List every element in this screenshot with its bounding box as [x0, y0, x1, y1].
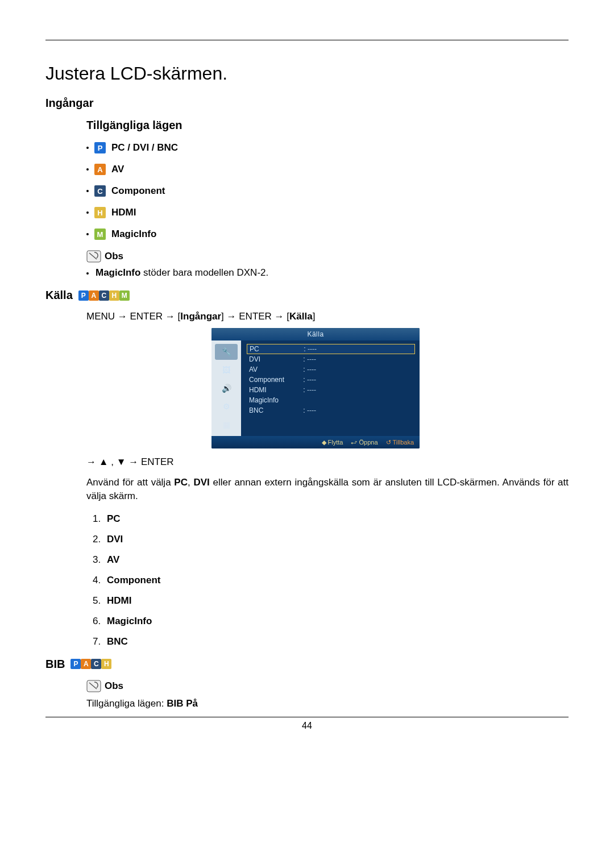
osd-row: Component : ---- — [247, 375, 415, 385]
osd-footer-back: ↺ Tillbaka — [386, 439, 414, 446]
bullet-icon — [86, 233, 89, 235]
osd-row-colon: : — [301, 376, 307, 384]
list-item: AV — [103, 554, 569, 566]
list-item: HDMI — [103, 595, 569, 607]
osd-row-label: DVI — [249, 355, 301, 363]
osd-body: 🔧 🖼 🔊 ⚙ ▦ PC : ---- DVI : ---- — [211, 340, 420, 436]
bib-note-bold: BIB På — [167, 698, 198, 709]
c-badge-icon: C — [94, 185, 106, 197]
osd-row-colon: : — [301, 406, 307, 414]
osd-row-label: HDMI — [249, 386, 301, 394]
osd-screenshot: Källa 🔧 🖼 🔊 ⚙ ▦ PC : ---- DVI — [211, 328, 420, 448]
osd-row-label: Component — [249, 376, 301, 384]
bib-note-heading: Obs — [86, 680, 569, 692]
osd-row-colon: : — [302, 345, 308, 353]
osd-footer-move: ◆ Flytta — [322, 439, 343, 446]
nav-path: → ▲ , ▼ → ENTER — [86, 456, 569, 468]
note-bold: MagicInfo — [96, 267, 140, 278]
bullet-icon — [86, 272, 89, 275]
para-b1: PC — [174, 477, 188, 488]
mode-label: AV — [111, 164, 124, 175]
mode-item-hdmi: H HDMI — [86, 207, 569, 218]
osd-row-value: ---- — [307, 406, 413, 414]
osd-header: Källa — [211, 328, 420, 340]
h-badge-icon: H — [109, 290, 119, 301]
m-badge-icon: M — [119, 290, 130, 301]
note-heading: Obs — [86, 250, 569, 263]
list-item: DVI — [103, 534, 569, 545]
osd-row: PC : ---- — [247, 344, 415, 354]
osd-row-value: ---- — [307, 386, 413, 394]
list-item: MagicInfo — [103, 616, 569, 627]
bullet-icon — [86, 211, 89, 214]
mode-item-pc: P PC / DVI / BNC — [86, 142, 569, 153]
osd-row-label: PC — [250, 345, 302, 353]
page-title: Justera LCD-skärmen. — [45, 63, 569, 84]
note-text: MagicInfo stöder bara modellen DXN-2. — [96, 267, 268, 279]
h-badge-icon: H — [94, 207, 106, 218]
inputs-content: Tillgängliga lägen P PC / DVI / BNC A AV… — [86, 119, 569, 279]
c-badge-icon: C — [99, 290, 109, 301]
bullet-icon — [86, 190, 89, 192]
osd-row-colon: : — [301, 366, 307, 373]
osd-main: PC : ---- DVI : ---- AV : ---- — [241, 340, 420, 436]
list-item: Component — [103, 575, 569, 586]
source-mode-strip: P A C H M — [78, 290, 130, 301]
p-badge-icon: P — [70, 659, 81, 669]
a-badge-icon: A — [81, 659, 91, 669]
section-source: Källa P A C H M — [45, 289, 569, 302]
a-badge-icon: A — [94, 164, 106, 175]
divider-top — [45, 40, 569, 40]
osd-row: HDMI : ---- — [247, 385, 415, 395]
menu-path-b1: Ingångar — [180, 311, 221, 322]
modes-list: P PC / DVI / BNC A AV C Component H HDMI… — [86, 142, 569, 240]
para-mid1: , — [188, 477, 193, 488]
para-pre: Använd för att välja — [86, 477, 174, 488]
note-icon — [86, 250, 101, 263]
bib-note-body: Tillgängliga lägen: BIB På — [86, 697, 569, 711]
h-badge-icon: H — [101, 659, 111, 669]
divider-bottom — [45, 717, 569, 717]
osd-sidebar-item: 🔊 — [215, 380, 238, 396]
mode-label: PC / DVI / BNC — [111, 142, 178, 153]
bib-note-label-text: Obs — [105, 680, 123, 692]
bib-note-pre: Tillgängliga lägen: — [86, 698, 167, 709]
note-label-text: Obs — [105, 251, 123, 262]
source-paragraph: Använd för att välja PC, DVI eller annan… — [86, 476, 569, 503]
osd-row-colon: : — [301, 386, 307, 394]
mode-label: MagicInfo — [111, 229, 156, 240]
menu-path-p1: MENU → ENTER → — [86, 311, 178, 322]
section-bib-label: BIB — [45, 658, 65, 671]
osd-sidebar: 🔧 🖼 🔊 ⚙ ▦ — [211, 340, 241, 436]
section-inputs: Ingångar — [45, 97, 569, 110]
menu-path-p2: → ENTER → — [224, 311, 287, 322]
menu-path-b2: Källa — [289, 311, 313, 322]
page-number: 44 — [45, 721, 569, 731]
source-list: PC DVI AV Component HDMI MagicInfo BNC — [86, 513, 569, 647]
mode-item-component: C Component — [86, 185, 569, 197]
osd-row: DVI : ---- — [247, 354, 415, 364]
bib-mode-strip: P A C H — [70, 659, 111, 669]
osd-sidebar-item: 🔧 — [215, 344, 238, 360]
list-item: BNC — [103, 636, 569, 647]
osd-row: AV : ---- — [247, 364, 415, 375]
note-icon — [86, 680, 101, 692]
osd-row: MagicInfo — [247, 395, 415, 405]
c-badge-icon: C — [91, 659, 101, 669]
osd-row-label: AV — [249, 366, 301, 373]
osd-row: BNC : ---- — [247, 405, 415, 416]
osd-sidebar-item: ▦ — [215, 417, 238, 433]
mode-item-magicinfo: M MagicInfo — [86, 229, 569, 240]
osd-footer: ◆ Flytta ⮐ Öppna ↺ Tillbaka — [211, 436, 420, 448]
m-badge-icon: M — [94, 229, 106, 240]
source-content: MENU → ENTER → [Ingångar] → ENTER → [Käl… — [86, 311, 569, 647]
osd-row-label: MagicInfo — [249, 396, 301, 404]
mode-label: Component — [111, 185, 165, 197]
osd-footer-open: ⮐ Öppna — [351, 439, 377, 446]
osd-row-label: BNC — [249, 406, 301, 414]
list-item: PC — [103, 513, 569, 525]
note-rest: stöder bara modellen DXN-2. — [143, 267, 268, 278]
osd-row-value: ---- — [308, 345, 412, 353]
section-bib: BIB P A C H — [45, 658, 569, 671]
section-inputs-label: Ingångar — [45, 97, 93, 110]
